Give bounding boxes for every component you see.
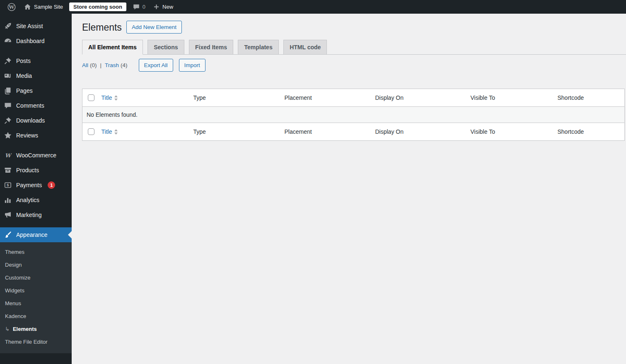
plus-icon xyxy=(153,3,160,10)
sidebar-item-label: Marketing xyxy=(16,211,41,219)
wordpress-logo-icon: W xyxy=(7,2,16,12)
menu-separator xyxy=(0,48,72,53)
submenu-item-customize[interactable]: Customize xyxy=(0,271,72,284)
sidebar-item-label: Dashboard xyxy=(16,37,45,45)
filter-separator: | xyxy=(100,62,102,68)
menu-separator xyxy=(0,222,72,227)
dashboard-icon xyxy=(4,37,12,45)
submenu-item-themes[interactable]: Themes xyxy=(0,246,72,258)
sort-by-title-link[interactable]: Title xyxy=(102,94,118,101)
column-footer-placement: Placement xyxy=(280,123,371,141)
submenu-item-theme-file-editor[interactable]: Theme File Editor xyxy=(0,335,72,348)
sidebar-item-site-assist[interactable]: Site Assist xyxy=(0,19,72,34)
filter-all-link[interactable]: All xyxy=(82,62,88,68)
sidebar-item-appearance[interactable]: Appearance xyxy=(0,227,72,242)
new-label: New xyxy=(162,4,173,10)
filter-all-count: (0) xyxy=(90,62,97,68)
filter-trash-count: (4) xyxy=(121,62,128,68)
select-all-checkbox[interactable] xyxy=(88,94,94,101)
sidebar-item-marketing[interactable]: Marketing xyxy=(0,207,72,222)
submenu-item-menus[interactable]: Menus xyxy=(0,297,72,310)
sidebar-item-label: Downloads xyxy=(16,116,45,125)
sidebar-item-comments[interactable]: Comments xyxy=(0,98,72,113)
star-icon xyxy=(4,131,12,140)
tab-bar: All Element Items Sections Fixed Items T… xyxy=(82,40,626,55)
svg-text:W: W xyxy=(9,4,15,10)
empty-row: No Elements found. xyxy=(82,107,625,123)
comments-shortcut[interactable]: 0 xyxy=(129,0,149,14)
sidebar-item-dashboard[interactable]: Dashboard xyxy=(0,34,72,48)
sidebar-item-label: Media xyxy=(16,72,32,80)
column-footer-title: Title xyxy=(102,128,112,135)
column-footer-type: Type xyxy=(189,123,280,141)
sidebar-item-label: Products xyxy=(16,166,39,174)
submenu-item-design[interactable]: Design xyxy=(0,258,72,271)
elements-list-table: Title Type Placement Display On Visible … xyxy=(82,89,625,141)
sort-by-title-link-footer[interactable]: Title xyxy=(102,128,118,135)
payments-count-badge: 1 xyxy=(48,181,55,189)
column-header-visible-to: Visible To xyxy=(466,89,553,107)
archive-box-icon xyxy=(4,166,12,174)
site-name: Sample Site xyxy=(34,4,63,10)
sidebar-item-pages[interactable]: Pages xyxy=(0,83,72,98)
megaphone-icon xyxy=(4,211,12,219)
filter-trash-link[interactable]: Trash xyxy=(105,62,119,68)
appearance-submenu: Themes Design Customize Widgets Menus Ka… xyxy=(0,242,72,353)
sidebar-item-payments[interactable]: $ Payments 1 xyxy=(0,178,72,193)
column-header-placement: Placement xyxy=(280,89,371,107)
pages-icon xyxy=(4,87,12,95)
rocket-icon xyxy=(4,22,12,30)
submenu-item-kadence[interactable]: Kadence xyxy=(0,310,72,323)
menu-separator xyxy=(0,143,72,148)
comment-count: 0 xyxy=(143,4,145,10)
sidebar-item-label: WooCommerce xyxy=(16,151,56,159)
tab-html-code[interactable]: HTML code xyxy=(283,40,327,55)
subitem-arrow-icon: ↳ xyxy=(5,326,10,332)
sidebar-item-label: Comments xyxy=(16,101,44,110)
column-header-shortcode: Shortcode xyxy=(553,89,625,107)
tab-all-element-items[interactable]: All Element Items xyxy=(82,40,143,55)
sidebar-item-media[interactable]: Media xyxy=(0,68,72,83)
payments-dollar-icon: $ xyxy=(4,181,12,189)
sidebar-item-label: Analytics xyxy=(16,196,39,204)
woocommerce-icon: W xyxy=(4,151,12,159)
column-header-title: Title xyxy=(102,94,112,101)
sidebar-item-label: Pages xyxy=(16,87,33,95)
table-footer-row: Title Type Placement Display On Visible … xyxy=(82,123,625,141)
submenu-item-widgets[interactable]: Widgets xyxy=(0,284,72,297)
sidebar-item-label: Payments xyxy=(16,181,42,189)
sidebar-item-downloads[interactable]: Downloads xyxy=(0,113,72,128)
sidebar-item-products[interactable]: Products xyxy=(0,163,72,178)
add-new-element-button[interactable]: Add New Element xyxy=(126,21,182,34)
wordpress-menu[interactable]: W xyxy=(3,0,20,14)
tab-templates[interactable]: Templates xyxy=(238,40,278,55)
import-button[interactable]: Import xyxy=(179,59,205,72)
comment-icon xyxy=(133,3,140,11)
main-content: Elements Add New Element All Element Ite… xyxy=(72,14,626,364)
new-content-menu[interactable]: New xyxy=(149,0,177,14)
downloads-pin-icon xyxy=(4,116,12,125)
svg-text:$: $ xyxy=(7,183,9,187)
comment-bubble-icon xyxy=(4,101,12,110)
submenu-item-label: Elements xyxy=(13,326,37,332)
sort-arrows-icon xyxy=(114,95,118,101)
tab-fixed-items[interactable]: Fixed Items xyxy=(189,40,233,55)
admin-bar: W Sample Site Store coming soon 0 New xyxy=(0,0,626,14)
export-all-button[interactable]: Export All xyxy=(139,59,173,72)
sidebar-item-reviews[interactable]: Reviews xyxy=(0,128,72,143)
home-icon xyxy=(24,3,31,11)
column-footer-visible-to: Visible To xyxy=(466,123,553,141)
tab-sections[interactable]: Sections xyxy=(147,40,184,55)
column-footer-display-on: Display On xyxy=(371,123,466,141)
brush-icon xyxy=(4,231,12,239)
select-all-checkbox-footer[interactable] xyxy=(88,128,94,135)
sidebar-item-label: Posts xyxy=(16,57,31,65)
filter-row: All (0) | Trash (4) Export All Import xyxy=(82,59,626,72)
sidebar-item-analytics[interactable]: Analytics xyxy=(0,193,72,207)
table-header-row: Title Type Placement Display On Visible … xyxy=(82,89,625,107)
visit-site-link[interactable]: Sample Site xyxy=(20,0,67,14)
sidebar-item-posts[interactable]: Posts xyxy=(0,53,72,68)
column-header-display-on: Display On xyxy=(371,89,466,107)
sidebar-item-woocommerce[interactable]: W WooCommerce xyxy=(0,148,72,163)
submenu-item-elements[interactable]: ↳Elements xyxy=(0,323,72,335)
